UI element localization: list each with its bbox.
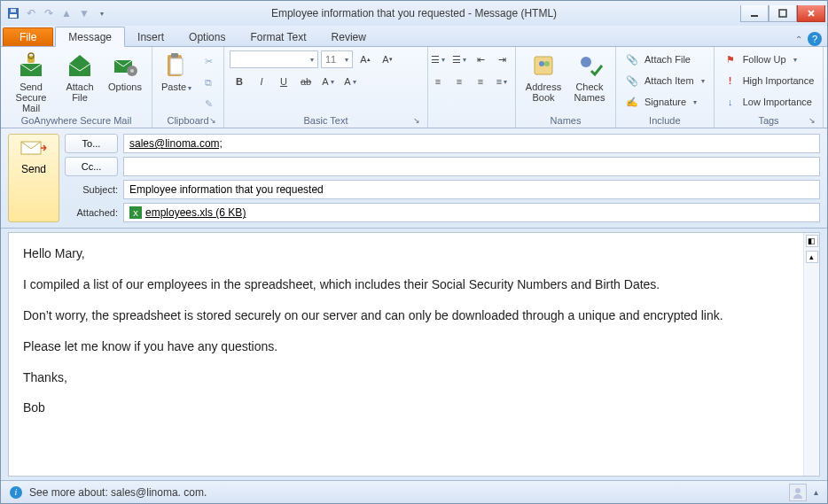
dialog-launcher-icon[interactable]: ↘ — [207, 115, 218, 126]
group-paragraph: ☰▾ ☰▾ ⇤ ⇥ ≡ ≡ ≡ ≡▾ — [428, 47, 516, 128]
close-button[interactable] — [797, 5, 825, 22]
align-right-button[interactable]: ≡ — [471, 72, 490, 91]
group-basic-text: ▾ 11▾ A▴ A▾ B I U ab A▾ A▾ Basic Text↘ — [224, 47, 428, 128]
help-icon[interactable]: ? — [808, 32, 822, 46]
qat-customize-icon[interactable]: ▾ — [95, 6, 109, 20]
bold-button[interactable]: B — [230, 72, 249, 91]
to-button[interactable]: To... — [65, 134, 118, 153]
body-line: Don’t worry, the spreadsheet is stored s… — [23, 307, 789, 324]
svg-point-15 — [539, 61, 544, 66]
tab-message[interactable]: Message — [55, 27, 125, 47]
font-color-button[interactable]: A▾ — [340, 72, 360, 91]
send-button[interactable]: Send — [8, 134, 59, 222]
dialog-launcher-icon[interactable]: ↘ — [411, 115, 422, 126]
envelope-open-icon — [66, 51, 94, 80]
scissors-icon: ✂ — [205, 56, 213, 67]
info-icon[interactable]: i — [10, 486, 22, 499]
ribbon-collapse-icon[interactable]: ⌃ — [795, 35, 802, 44]
redo-icon[interactable]: ↷ — [42, 6, 56, 20]
tab-insert[interactable]: Insert — [125, 27, 176, 46]
body-line: I compiled a list of our employees in th… — [23, 276, 789, 293]
tab-review[interactable]: Review — [319, 27, 379, 46]
group-tags: ⚑Follow Up▾ !High Importance ↓Low Import… — [715, 47, 824, 128]
body-line: Thanks, — [23, 369, 789, 386]
group-zoom: Zoom Zoom — [824, 47, 828, 128]
send-secure-mail-button[interactable]: Send Secure Mail — [6, 50, 56, 113]
attached-label: Attached: — [65, 207, 118, 218]
excel-file-icon: X — [129, 206, 142, 219]
italic-button[interactable]: I — [252, 72, 271, 91]
indent-button[interactable]: ⇥ — [492, 50, 512, 69]
group-label: Basic Text — [304, 115, 348, 126]
dialog-launcher-icon[interactable]: ↘ — [807, 115, 817, 126]
signature-icon: ✍ — [625, 95, 639, 109]
svg-text:X: X — [133, 209, 138, 218]
undo-icon[interactable]: ↶ — [24, 6, 38, 20]
outdent-button[interactable]: ⇤ — [471, 50, 490, 69]
signature-button[interactable]: ✍Signature▾ — [621, 92, 708, 112]
padlock-envelope-icon — [17, 51, 45, 80]
contact-avatar[interactable] — [789, 484, 807, 501]
ruler-toggle-icon[interactable]: ◧ — [806, 235, 818, 247]
cc-field[interactable] — [123, 157, 820, 176]
minimize-button[interactable] — [740, 5, 769, 22]
svg-rect-4 — [779, 10, 786, 17]
ribbon: Send Secure Mail Attach File Options GoA… — [1, 47, 827, 128]
outlook-compose-window: ↶ ↷ ▲ ▼ ▾ Employee information that you … — [0, 0, 828, 504]
statusbar: i See more about: sales@linoma. com. ▴ — [1, 480, 827, 503]
font-size-combo[interactable]: 11▾ — [321, 50, 353, 68]
line-spacing-button[interactable]: ≡▾ — [492, 72, 512, 91]
group-label: Tags — [758, 115, 778, 126]
attach-file-button[interactable]: 📎Attach File — [621, 50, 708, 69]
group-include: 📎Attach File 📎Attach Item▾ ✍Signature▾ I… — [616, 47, 715, 128]
secure-attach-file-button[interactable]: Attach File — [59, 50, 100, 103]
titlebar: ↶ ↷ ▲ ▼ ▾ Employee information that you … — [1, 1, 827, 26]
numbering-button[interactable]: ☰▾ — [449, 50, 469, 69]
paste-button[interactable]: Paste▾ — [158, 50, 195, 94]
tab-file[interactable]: File — [3, 27, 53, 46]
shrink-font-button[interactable]: A▾ — [378, 50, 397, 69]
font-name-combo[interactable]: ▾ — [230, 50, 318, 68]
paintbrush-icon: ✎ — [205, 98, 213, 110]
save-icon[interactable] — [6, 6, 20, 20]
message-body[interactable]: Hello Mary, I compiled a list of our emp… — [9, 233, 803, 476]
svg-rect-12 — [170, 58, 183, 74]
body-line: Hello Mary, — [23, 245, 789, 262]
cut-button[interactable]: ✂ — [199, 51, 218, 71]
underline-button[interactable]: U — [274, 72, 293, 91]
compose-header: Send To... sales@linoma.com; Cc... Subje… — [1, 128, 827, 229]
address-book-button[interactable]: Address Book — [521, 50, 566, 103]
svg-rect-13 — [171, 53, 178, 58]
align-left-button[interactable]: ≡ — [428, 72, 448, 91]
previous-item-icon[interactable]: ▲ — [59, 6, 74, 20]
to-field[interactable]: sales@linoma.com; — [123, 134, 820, 153]
secure-options-button[interactable]: Options — [104, 50, 146, 92]
low-importance-button[interactable]: ↓Low Importance — [720, 92, 818, 112]
copy-icon: ⧉ — [205, 77, 212, 89]
strikethrough-button[interactable]: ab — [296, 72, 316, 91]
attachment-item[interactable]: X employees.xls (6 KB) — [123, 203, 820, 222]
subject-field[interactable]: Employee information that you requested — [123, 180, 820, 199]
attach-item-button[interactable]: 📎Attach Item▾ — [621, 71, 708, 90]
next-item-icon[interactable]: ▼ — [77, 6, 91, 20]
high-importance-button[interactable]: !High Importance — [720, 71, 818, 90]
copy-button[interactable]: ⧉ — [199, 73, 218, 92]
check-names-button[interactable]: Check Names — [569, 50, 610, 103]
format-painter-button[interactable]: ✎ — [199, 94, 218, 113]
status-text: See more about: sales@linoma. com. — [29, 486, 207, 499]
bullets-button[interactable]: ☰▾ — [428, 50, 448, 69]
maximize-button[interactable] — [769, 5, 797, 22]
follow-up-button[interactable]: ⚑Follow Up▾ — [720, 50, 818, 69]
cc-button[interactable]: Cc... — [65, 157, 118, 176]
people-pane-toggle-icon[interactable]: ▴ — [814, 487, 818, 497]
subject-label: Subject: — [65, 184, 118, 195]
flag-icon: ⚑ — [723, 52, 738, 66]
paperclip-icon: 📎 — [625, 52, 639, 66]
align-center-button[interactable]: ≡ — [449, 72, 469, 91]
grow-font-button[interactable]: A▴ — [355, 50, 375, 69]
tab-options[interactable]: Options — [176, 27, 238, 46]
group-label: Names — [521, 115, 610, 128]
highlight-button[interactable]: A▾ — [318, 72, 338, 91]
scroll-up-icon[interactable]: ▴ — [806, 251, 818, 263]
tab-format-text[interactable]: Format Text — [238, 27, 318, 46]
